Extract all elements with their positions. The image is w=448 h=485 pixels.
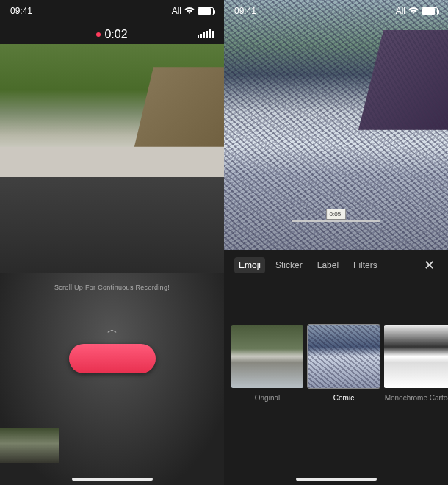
recording-screen: 09:41 All 0:02 Scroll Up For Continuous … <box>0 0 224 485</box>
home-indicator[interactable] <box>72 478 153 481</box>
scroll-hint-text: Scroll Up For Continuous Recording! <box>0 284 224 291</box>
network-label: All <box>396 6 405 16</box>
filter-label: Comic <box>333 394 354 402</box>
network-label: All <box>172 6 181 16</box>
battery-icon <box>198 7 214 15</box>
recording-timer: 0:02 <box>104 28 127 41</box>
wifi-icon <box>184 7 195 15</box>
filter-label: Monochrome Cartoon <box>385 394 448 402</box>
home-indicator[interactable] <box>296 478 377 481</box>
battery-icon <box>422 7 438 15</box>
filter-thumb <box>384 325 448 388</box>
status-time: 09:41 <box>234 6 256 16</box>
tab-label[interactable]: Label <box>313 257 343 273</box>
filter-list[interactable]: Original Comic Monochrome Cartoon <box>224 281 448 402</box>
chevron-up-icon[interactable]: ︿ <box>0 323 224 337</box>
tab-filters[interactable]: Filters <box>349 257 382 273</box>
filter-option-monochrome-cartoon[interactable]: Monochrome Cartoon <box>384 325 448 402</box>
filter-option-original[interactable]: Original <box>231 325 303 402</box>
close-icon[interactable]: ✕ <box>421 257 438 273</box>
editor-tabs: Emoji Sticker Label Filters ✕ <box>224 250 448 281</box>
wifi-icon <box>408 7 419 15</box>
scrubber[interactable] <box>292 220 380 222</box>
filter-thumb <box>231 325 303 388</box>
recording-indicator-icon <box>96 32 101 37</box>
status-bar: 09:41 All <box>0 0 224 22</box>
status-right: All <box>396 6 438 16</box>
camera-viewfinder <box>0 44 224 273</box>
editor-panel: Emoji Sticker Label Filters ✕ Original C… <box>224 250 448 485</box>
tab-emoji[interactable]: Emoji <box>234 257 265 273</box>
filter-thumb <box>308 325 380 388</box>
status-right: All <box>172 6 214 16</box>
filter-option-comic[interactable]: Comic <box>308 325 380 402</box>
clip-thumbnail[interactable] <box>0 428 59 463</box>
filter-editor-screen: 09:41 All 0:05; Emoji Sticker Label Filt… <box>224 0 448 485</box>
preview-timestamp: 0:05; <box>326 209 347 220</box>
status-time: 09:41 <box>10 6 32 16</box>
recording-timer-bar: 0:02 <box>0 28 224 41</box>
filter-label: Original <box>255 394 280 402</box>
status-bar: 09:41 All <box>224 0 448 22</box>
record-button[interactable] <box>69 344 156 373</box>
tab-sticker[interactable]: Sticker <box>271 257 307 273</box>
